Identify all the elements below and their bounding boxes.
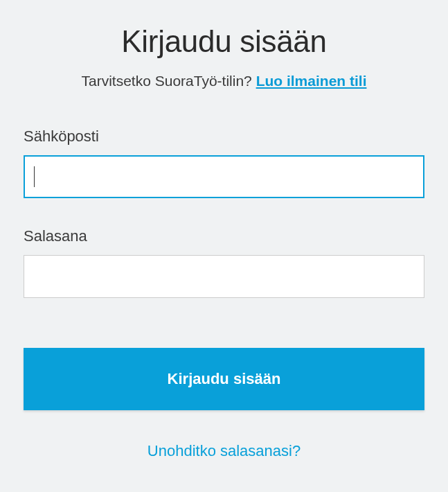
login-button[interactable]: Kirjaudu sisään xyxy=(24,348,424,410)
page-title: Kirjaudu sisään xyxy=(24,24,424,59)
password-label: Salasana xyxy=(24,227,424,245)
login-form-container: Kirjaudu sisään Tarvitsetko SuoraTyö-til… xyxy=(0,0,448,460)
forgot-password-wrap: Unohditko salasanasi? xyxy=(24,442,424,460)
password-input[interactable] xyxy=(24,255,424,298)
email-input[interactable] xyxy=(24,155,424,198)
forgot-password-link[interactable]: Unohditko salasanasi? xyxy=(147,442,301,459)
signup-prompt-text: Tarvitsetko SuoraTyö-tilin? xyxy=(82,73,256,89)
email-label: Sähköposti xyxy=(24,128,424,146)
password-field-group: Salasana xyxy=(24,227,424,298)
email-field-group: Sähköposti xyxy=(24,128,424,198)
email-input-wrap xyxy=(24,155,424,198)
signup-link[interactable]: Luo ilmainen tili xyxy=(256,73,367,89)
signup-prompt: Tarvitsetko SuoraTyö-tilin? Luo ilmainen… xyxy=(24,73,424,89)
